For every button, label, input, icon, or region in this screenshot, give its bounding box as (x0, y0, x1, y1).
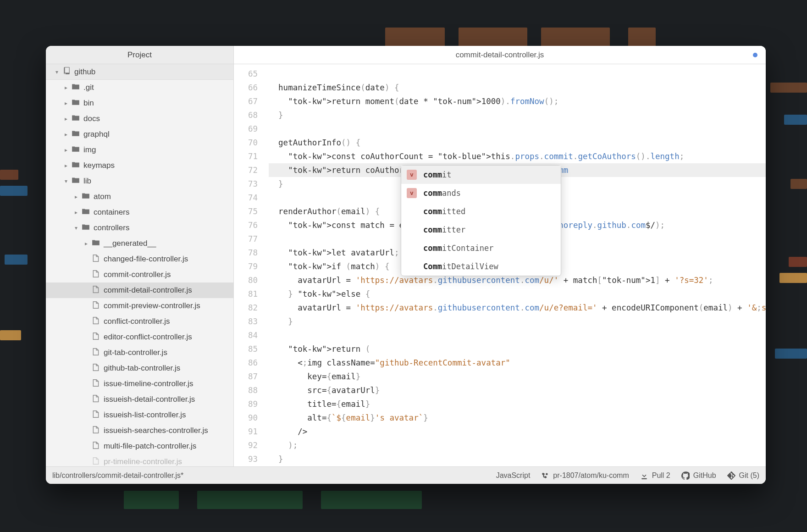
file-icon (91, 316, 101, 327)
autocomplete-kind-icon: v (407, 188, 417, 198)
tree-item-label: docs (83, 114, 100, 123)
autocomplete-label: commitContainer (423, 241, 494, 255)
status-git[interactable]: Git (5) (727, 471, 759, 480)
tree-item-label: commit-detail-controller.js (104, 286, 192, 295)
tree-folder[interactable]: ▸__generated__ (46, 236, 233, 251)
code-editor[interactable]: 6566676869707172737475767778798081828384… (234, 64, 766, 466)
code-line[interactable]: "tok-kw">const coAuthorCount = "tok-blue… (269, 150, 766, 163)
code-line[interactable]: } (269, 108, 766, 122)
code-line[interactable] (269, 67, 766, 81)
code-line[interactable]: } "tok-kw">else { (269, 287, 766, 301)
file-icon (91, 379, 101, 389)
tree-file[interactable]: multi-file-patch-controller.js (46, 438, 233, 454)
code-line[interactable]: avatarUrl = 'https://avatars.githubuserc… (269, 301, 766, 315)
autocomplete-item[interactable]: CommitDetailView (401, 257, 561, 276)
tree-item-label: graphql (83, 130, 110, 139)
tree-folder[interactable]: ▸keymaps (46, 158, 233, 173)
code-line[interactable]: } (269, 452, 766, 466)
status-github[interactable]: GitHub (681, 471, 716, 480)
code-line[interactable]: humanizeTimeSince(date) { (269, 81, 766, 94)
autocomplete-label: commit (423, 168, 451, 182)
tree-folder[interactable]: ▸docs (46, 111, 233, 127)
tree-file[interactable]: git-tab-controller.js (46, 345, 233, 360)
file-icon (91, 394, 101, 405)
folder-icon (81, 207, 91, 218)
tree-root[interactable]: ▾ github (46, 64, 233, 80)
code-line[interactable]: ); (269, 438, 766, 452)
code-line[interactable]: "tok-kw">return moment(date * "tok-num">… (269, 94, 766, 108)
file-icon (91, 348, 101, 358)
repo-icon (61, 66, 72, 77)
code-line[interactable]: alt={`${email}'s avatar`} (269, 411, 766, 425)
tree-item-label: issue-timeline-controller.js (104, 379, 193, 388)
tree-file[interactable]: commit-detail-controller.js (46, 283, 233, 298)
tree-file[interactable]: commit-controller.js (46, 267, 233, 283)
autocomplete-kind-icon (407, 261, 417, 272)
autocomplete-item[interactable]: committed (401, 202, 561, 221)
folder-icon (71, 129, 81, 140)
tree-file[interactable]: conflict-controller.js (46, 314, 233, 329)
status-path: lib/controllers/commit-detail-controller… (52, 471, 485, 480)
editor-tab-label: commit-detail-controller.js (456, 50, 544, 60)
tree-folder[interactable]: ▸.git (46, 80, 233, 95)
autocomplete-item[interactable]: vcommit (401, 166, 561, 184)
chevron-down-icon: ▾ (61, 178, 71, 184)
code-line[interactable] (269, 328, 766, 342)
code-line[interactable]: getAuthorInfo() { (269, 136, 766, 150)
file-icon (91, 410, 101, 421)
tree-item-label: pr-timeline-controller.js (104, 457, 182, 466)
tree-file[interactable]: pr-timeline-controller.js (46, 454, 233, 466)
tree-file[interactable]: github-tab-controller.js (46, 360, 233, 376)
tree-item-label: lib (83, 177, 91, 186)
status-bar: lib/controllers/commit-detail-controller… (46, 466, 766, 484)
tree-file[interactable]: commit-preview-controller.js (46, 298, 233, 314)
tree-folder[interactable]: ▸img (46, 142, 233, 158)
tree-file[interactable]: issueish-detail-controller.js (46, 392, 233, 407)
tree-file[interactable]: editor-conflict-controller.js (46, 329, 233, 345)
tree-file[interactable]: changed-file-controller.js (46, 251, 233, 267)
tree-item-label: issueish-detail-controller.js (104, 395, 195, 404)
editor-tab-title[interactable]: commit-detail-controller.js (234, 46, 766, 64)
autocomplete-item[interactable]: vcommands (401, 184, 561, 202)
tree-file[interactable]: issueish-list-controller.js (46, 407, 233, 423)
git-icon (727, 471, 735, 480)
autocomplete-kind-icon (407, 206, 417, 216)
code-line[interactable]: <;img className="github-RecentCommit-ava… (269, 356, 766, 370)
chevron-right-icon: ▸ (61, 100, 71, 106)
autocomplete-popup[interactable]: vcommitvcommandscommittedcommittercommit… (401, 165, 561, 276)
code-line[interactable]: key={email} (269, 370, 766, 383)
project-tree[interactable]: ▾ github ▸.git▸bin▸docs▸graphql▸img▸keym… (46, 64, 234, 466)
folder-icon (81, 223, 91, 233)
tree-folder[interactable]: ▸bin (46, 95, 233, 111)
tree-file[interactable]: issue-timeline-controller.js (46, 376, 233, 392)
tree-folder[interactable]: ▸graphql (46, 127, 233, 142)
chevron-right-icon: ▸ (61, 162, 71, 169)
code-line[interactable]: "tok-kw">return ( (269, 342, 766, 356)
tree-item-label: containers (94, 208, 129, 217)
tree-folder[interactable]: ▸containers (46, 205, 233, 220)
status-language[interactable]: JavaScript (496, 471, 531, 480)
tree-folder[interactable]: ▾lib (46, 173, 233, 189)
folder-icon (71, 176, 81, 187)
code-line[interactable] (269, 122, 766, 136)
tree-file[interactable]: issueish-searches-controller.js (46, 423, 233, 438)
status-pull[interactable]: Pull 2 (640, 471, 670, 480)
code-line[interactable]: title={email} (269, 397, 766, 411)
status-branch[interactable]: pr-1807/atom/ku-comm (541, 471, 629, 480)
github-label: GitHub (693, 471, 716, 480)
code-line[interactable]: src={avatarUrl} (269, 383, 766, 397)
tree-item-label: commit-preview-controller.js (104, 301, 200, 310)
autocomplete-item[interactable]: commitContainer (401, 239, 561, 257)
tree-item-label: img (83, 145, 96, 155)
code-line[interactable]: } (269, 315, 766, 328)
tree-folder[interactable]: ▸atom (46, 189, 233, 205)
editor-window: Project commit-detail-controller.js ▾ gi… (46, 46, 766, 484)
tree-item-label: multi-file-patch-controller.js (104, 442, 196, 451)
file-icon (91, 426, 101, 436)
autocomplete-kind-icon (407, 225, 417, 235)
folder-icon (71, 145, 81, 155)
chevron-right-icon: ▸ (61, 131, 71, 138)
tree-folder[interactable]: ▾controllers (46, 220, 233, 236)
code-line[interactable]: /> (269, 425, 766, 438)
autocomplete-item[interactable]: committer (401, 221, 561, 239)
